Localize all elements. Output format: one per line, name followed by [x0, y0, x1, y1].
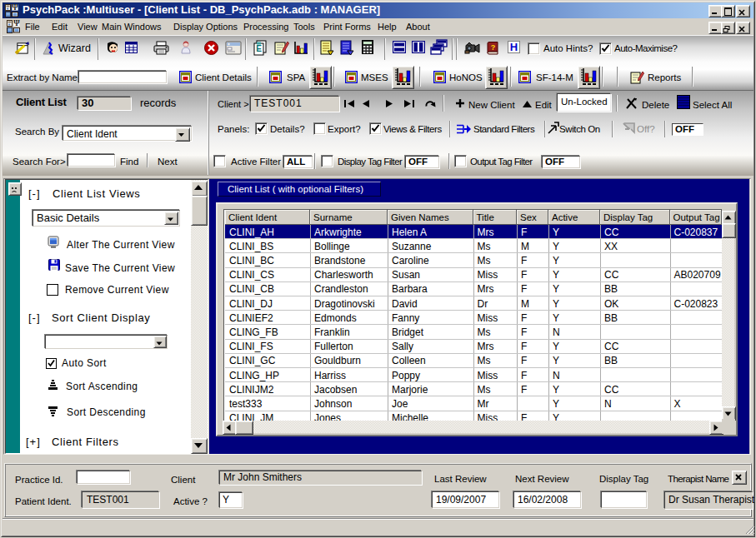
svg-text:E: E: [256, 44, 262, 53]
svg-text:Ψ: Ψ: [13, 20, 20, 27]
svg-text:H: H: [510, 41, 518, 53]
svg-text:Ψ: Ψ: [12, 4, 18, 12]
svg-text:?: ?: [491, 43, 496, 52]
